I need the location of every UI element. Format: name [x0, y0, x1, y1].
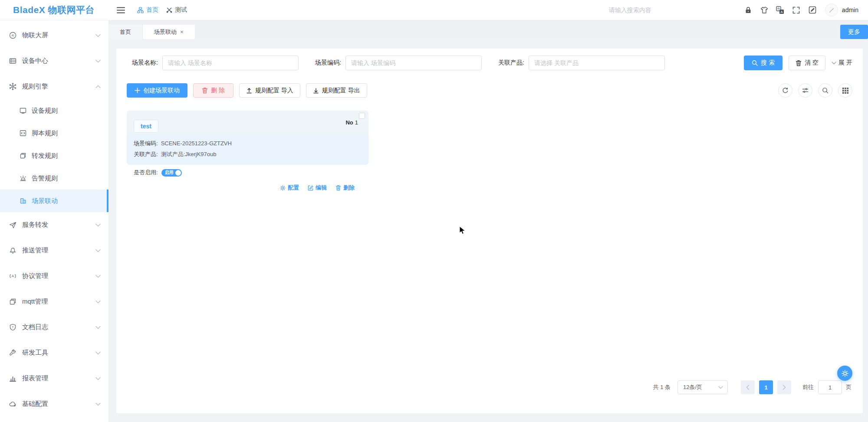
sidebar: AI 物联大屏 设备中心 规则引擎 设备规则 脚本规则 [0, 20, 108, 422]
search-icon [822, 87, 829, 94]
ai-screen-icon: AI [9, 32, 16, 39]
sidebar-item-report-manage[interactable]: 报表管理 [0, 366, 108, 391]
username[interactable]: admin [842, 7, 858, 13]
protocol-icon: A [9, 272, 16, 280]
filter-scene-name: 场景名称: [127, 56, 299, 70]
fullscreen-icon[interactable] [792, 5, 801, 15]
toolbar: 创建场景联动 删 除 规则配置 导入 规则配置 导出 [127, 83, 852, 98]
shield-icon: T [9, 324, 16, 331]
sidebar-item-service-forward[interactable]: 服务转发 [0, 212, 108, 238]
page-size-select[interactable]: 12条/页 [677, 380, 728, 394]
sidebar-item-iot-screen[interactable]: AI 物联大屏 [0, 23, 108, 48]
breadcrumb-home[interactable]: 首页 [137, 6, 158, 14]
search-button[interactable]: 搜 索 [744, 56, 783, 70]
refresh-button[interactable] [778, 83, 792, 98]
sidebar-item-device-center[interactable]: 设备中心 [0, 48, 108, 74]
create-scene-button[interactable]: 创建场景联动 [127, 83, 187, 98]
gear-icon [842, 370, 848, 377]
svg-text:T: T [12, 326, 14, 329]
chevron-down-icon [95, 300, 101, 304]
clear-button[interactable]: 清 空 [789, 56, 825, 70]
chevron-down-icon [95, 34, 101, 37]
svg-text:A: A [781, 10, 783, 13]
sidebar-subitem-script-rule[interactable]: 脚本规则 [0, 122, 108, 144]
chevron-down-icon [95, 351, 101, 355]
config-action[interactable]: 配置 [280, 184, 299, 192]
toggle-knob [175, 170, 181, 176]
sidebar-subitem-device-rule[interactable]: 设备规则 [0, 99, 108, 122]
scene-code-value: SCENE-20251223-GZTZVH [161, 138, 232, 149]
rule-engine-submenu: 设备规则 脚本规则 转发规则 告警规则 场景联动 [0, 99, 108, 212]
rule-export-button[interactable]: 规则配置 导出 [306, 83, 367, 98]
sidebar-item-mqtt-manage[interactable]: mqtt管理 [0, 289, 108, 314]
cloud-icon [9, 400, 16, 408]
app-logo: BladeX 物联网平台 [0, 4, 108, 16]
avatar[interactable] [825, 3, 838, 16]
sitemap-icon [137, 7, 144, 13]
mqtt-icon [9, 298, 16, 305]
sidebar-item-base-config[interactable]: 基础配置 [0, 391, 108, 417]
product-select[interactable] [529, 56, 665, 70]
settings-fab[interactable] [837, 366, 852, 381]
scene-card[interactable]: test No1 场景编码: SCENE-20251223-GZTZVH [127, 111, 368, 165]
scene-name-input[interactable] [162, 56, 299, 70]
search-toggle-button[interactable] [818, 83, 832, 98]
trash-icon [335, 185, 341, 191]
device-center-icon [9, 57, 16, 65]
close-icon[interactable]: × [180, 29, 184, 35]
plus-icon [135, 88, 140, 93]
scene-checkbox[interactable] [359, 113, 365, 119]
prev-page-button[interactable] [741, 380, 755, 394]
sidebar-item-protocol-manage[interactable]: A 协议管理 [0, 263, 108, 289]
script-rule-icon [20, 130, 26, 137]
tab-bar: 首页 场景联动 × 更多 [108, 20, 868, 39]
sidebar-subitem-scene-linkage[interactable]: 场景联动 [0, 190, 108, 212]
hamburger-menu-icon[interactable] [114, 4, 128, 16]
delete-action[interactable]: 删除 [335, 184, 355, 192]
rule-import-button[interactable]: 规则配置 导入 [239, 83, 300, 98]
grid-view-button[interactable] [838, 83, 852, 98]
language-icon[interactable]: 中A [776, 5, 785, 15]
sidebar-subitem-forward-rule[interactable]: 转发规则 [0, 144, 108, 167]
maintenance-icon[interactable] [808, 5, 817, 15]
grid-icon [842, 88, 848, 94]
scene-number: No1 [345, 119, 358, 126]
chevron-down-icon [95, 223, 101, 227]
chevron-up-icon [95, 85, 101, 88]
scene-code-input[interactable] [345, 56, 482, 70]
gear-icon [280, 185, 286, 191]
scene-list-item: test No1 场景编码: SCENE-20251223-GZTZVH [127, 111, 368, 192]
sidebar-item-dev-tools[interactable]: 研发工具 [0, 340, 108, 366]
scene-card-body: 场景编码: SCENE-20251223-GZTZVH 关联产品: 测试产品:J… [127, 134, 368, 165]
scene-product-row: 关联产品: 测试产品:JkerjK97oub [134, 149, 362, 160]
tab-home[interactable]: 首页 [108, 25, 143, 39]
breadcrumb-test[interactable]: 测试 [166, 6, 187, 14]
scene-title-badge[interactable]: test [134, 120, 158, 133]
enable-toggle[interactable]: 启用 [161, 169, 182, 177]
sidebar-item-push-manage[interactable]: 推送管理 [0, 238, 108, 263]
sidebar-item-rule-engine[interactable]: 规则引擎 [0, 74, 108, 99]
page-number-1[interactable]: 1 [759, 380, 773, 394]
chevron-down-icon [95, 402, 101, 406]
chevron-down-icon [95, 249, 101, 252]
sidebar-item-doc-log[interactable]: T 文档日志 [0, 314, 108, 340]
more-button[interactable]: 更多 [840, 25, 868, 39]
goto-page-input[interactable] [818, 380, 842, 394]
lock-icon[interactable] [743, 5, 753, 15]
column-filter-button[interactable] [798, 83, 812, 98]
wrench-icon [9, 349, 16, 357]
theme-icon[interactable] [760, 5, 769, 15]
next-page-button[interactable] [777, 380, 791, 394]
global-search-input[interactable] [609, 7, 704, 13]
device-rule-icon [20, 107, 26, 114]
tab-scene-linkage[interactable]: 场景联动 × [143, 25, 195, 39]
bell-icon [9, 247, 16, 254]
delete-button[interactable]: 删 除 [193, 83, 233, 98]
forward-rule-icon [20, 152, 26, 159]
trash-icon [796, 60, 802, 66]
edit-action[interactable]: 编辑 [308, 184, 327, 192]
sidebar-subitem-alarm-rule[interactable]: 告警规则 [0, 167, 108, 190]
scene-code-row: 场景编码: SCENE-20251223-GZTZVH [134, 138, 362, 149]
product-label: 关联产品: [493, 59, 524, 67]
expand-toggle[interactable]: 展 开 [832, 59, 852, 67]
